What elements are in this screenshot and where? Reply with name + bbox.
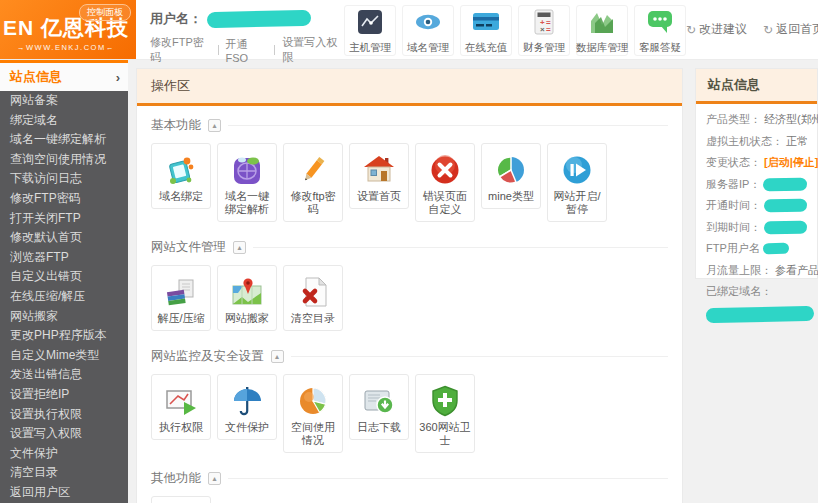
- improve-suggestion-link[interactable]: ↻ 改进建议: [686, 21, 747, 38]
- function-file-protect[interactable]: 文件保护: [217, 374, 277, 440]
- info-label: 变更状态：: [706, 155, 761, 170]
- info-label: 产品类型：: [706, 112, 761, 127]
- info-label: 服务器IP：: [706, 177, 760, 192]
- info-label: 虚拟主机状态：: [706, 134, 783, 149]
- function-site-move[interactable]: 网站搬家: [217, 265, 277, 331]
- redacted-value: [763, 177, 807, 191]
- collapse-toggle-icon[interactable]: ▴: [208, 119, 221, 132]
- nav-item-finance[interactable]: +=×= 财务管理: [518, 5, 570, 56]
- nav-item-database[interactable]: 数据库管理: [576, 5, 628, 56]
- sidebar-item-site-move[interactable]: 网站搬家: [0, 307, 128, 327]
- function-label: 日志下载: [357, 421, 401, 434]
- sidebar-item-site-info[interactable]: 站点信息 ›: [0, 63, 128, 91]
- info-label: 月流量上限：: [706, 263, 772, 278]
- info-label: 已绑定域名：: [706, 284, 772, 299]
- collapse-toggle-icon[interactable]: ▴: [233, 241, 246, 254]
- sidebar-item-browser-ftp[interactable]: 浏览器FTP: [0, 248, 128, 268]
- operation-panel-title: 操作区: [137, 69, 682, 106]
- sidebar-item-default-homepage[interactable]: 修改默认首页: [0, 228, 128, 248]
- function-label: 域名一键绑定解析: [220, 190, 274, 216]
- info-row-open-time: 开通时间：: [706, 198, 807, 213]
- nav-item-host-manage[interactable]: 主机管理: [344, 5, 396, 56]
- sidebar-item-return-user[interactable]: 返回用户区: [0, 483, 128, 503]
- info-row-host-status: 虚拟主机状态： 正常: [706, 134, 807, 149]
- file-management-row: 解压/压缩 网站搬家 清空目录: [137, 261, 682, 337]
- function-unzip[interactable]: 解压/压缩: [151, 265, 211, 331]
- return-home-link[interactable]: ↻ 返回首页: [763, 21, 818, 38]
- collapse-toggle-icon[interactable]: ▴: [208, 472, 221, 485]
- function-exec-permission[interactable]: 执行权限: [151, 374, 211, 440]
- sidebar-item-change-ftp-password[interactable]: 修改FTP密码: [0, 189, 128, 209]
- link-open-fso[interactable]: 开通FSO: [226, 37, 268, 64]
- left-sidebar: 站点信息 › 网站备案 绑定域名 域名一键绑定解析 查询空间使用情况 下载访问日…: [0, 60, 128, 503]
- divider: [228, 478, 668, 479]
- link-set-write-permission[interactable]: 设置写入权限: [282, 35, 344, 65]
- sidebar-item-online-zip[interactable]: 在线压缩/解压: [0, 287, 128, 307]
- other-functions-row: 返回用户区: [137, 492, 682, 503]
- start-stop-link[interactable]: [启动|停止]: [764, 155, 818, 170]
- function-space-usage[interactable]: 空间使用情况: [283, 374, 343, 453]
- nav-item-label: 数据库管理: [576, 41, 629, 55]
- info-value: 正常: [786, 134, 808, 149]
- redacted-bound-domain: [706, 305, 814, 322]
- sidebar-item-custom-error-page[interactable]: 自定义出错页: [0, 267, 128, 287]
- domain-bind-icon: [164, 152, 198, 188]
- info-row-change-status: 变更状态： [启动|停止]: [706, 155, 807, 170]
- sidebar-item-download-log[interactable]: 下载访问日志: [0, 169, 128, 189]
- function-domain-onekey-resolve[interactable]: 域名一键绑定解析: [217, 143, 277, 222]
- improve-suggestion-label: 改进建议: [699, 21, 747, 38]
- sidebar-item-deny-ip[interactable]: 设置拒绝IP: [0, 385, 128, 405]
- brand-logo: 控制面板 EN 亿恩科技 →WWW.ENKJ.COM←: [0, 0, 136, 59]
- info-label: 开通时间：: [706, 198, 761, 213]
- function-site-guard[interactable]: 360网站卫士: [415, 374, 475, 453]
- sidebar-item-space-usage[interactable]: 查询空间使用情况: [0, 150, 128, 170]
- group-file-management: 网站文件管理 ▴: [137, 228, 682, 261]
- function-label: mine类型: [488, 190, 534, 203]
- sidebar-item-write-permission[interactable]: 设置写入权限: [0, 424, 128, 444]
- function-mime-type[interactable]: mine类型: [481, 143, 541, 209]
- top-header: 控制面板 EN 亿恩科技 →WWW.ENKJ.COM← 用户名： 修改FTP密码…: [0, 0, 818, 60]
- site-move-icon: [230, 274, 264, 310]
- sidebar-item-php-version[interactable]: 更改PHP程序版本: [0, 326, 128, 346]
- sidebar-item-onekey-resolve[interactable]: 域名一键绑定解析: [0, 130, 128, 150]
- sidebar-item-exec-permission[interactable]: 设置执行权限: [0, 405, 128, 425]
- nav-item-recharge[interactable]: 在线充值: [460, 5, 512, 56]
- curved-arrow-icon: ↻: [686, 23, 696, 37]
- function-clear-dir[interactable]: 清空目录: [283, 265, 343, 331]
- clear-dir-icon: [296, 274, 330, 310]
- support-icon: [646, 6, 674, 38]
- group-title-label: 基本功能: [151, 117, 201, 134]
- host-manage-icon: [357, 6, 383, 38]
- error-page-icon: [428, 152, 462, 188]
- function-return-user[interactable]: 返回用户区: [151, 496, 211, 503]
- svg-text:=: =: [546, 25, 551, 34]
- function-set-homepage[interactable]: 设置首页: [349, 143, 409, 209]
- info-row-ftp-username: FTP用户名: [706, 241, 807, 256]
- sidebar-item-toggle-ftp[interactable]: 打开关闭FTP: [0, 209, 128, 229]
- divider: [228, 125, 668, 126]
- operation-panel: 操作区 基本功能 ▴ 域名绑定 域名一键绑定解析 修改ftp密码: [136, 68, 683, 503]
- sidebar-item-send-error-info[interactable]: 发送出错信息: [0, 365, 128, 385]
- sidebar-item-clear-dir[interactable]: 清空目录: [0, 463, 128, 483]
- redacted-value: [764, 199, 807, 213]
- sidebar-item-beian[interactable]: 网站备案: [0, 91, 128, 111]
- svg-text:×: ×: [540, 25, 545, 34]
- function-error-page[interactable]: 错误页面自定义: [415, 143, 475, 222]
- nav-item-support[interactable]: 客服答疑: [634, 5, 686, 56]
- collapse-toggle-icon[interactable]: ▴: [271, 350, 284, 363]
- function-label: 错误页面自定义: [418, 190, 472, 216]
- nav-item-domain-manage[interactable]: 域名管理: [402, 5, 454, 56]
- set-homepage-icon: [362, 152, 396, 188]
- site-guard-icon: [428, 383, 462, 419]
- log-download-icon: [362, 383, 396, 419]
- function-site-toggle[interactable]: 网站开启/暂停: [547, 143, 607, 222]
- function-ftp-password[interactable]: 修改ftp密码: [283, 143, 343, 222]
- function-domain-bind[interactable]: 域名绑定: [151, 143, 211, 209]
- sidebar-item-mime-type[interactable]: 自定义Mime类型: [0, 346, 128, 366]
- sidebar-item-file-protect[interactable]: 文件保护: [0, 444, 128, 464]
- function-log-download[interactable]: 日志下载: [349, 374, 409, 440]
- sidebar-item-bind-domain[interactable]: 绑定域名: [0, 111, 128, 131]
- nav-item-label: 域名管理: [407, 41, 449, 55]
- link-change-ftp-password[interactable]: 修改FTP密码: [150, 35, 211, 65]
- nav-item-label: 主机管理: [349, 41, 391, 55]
